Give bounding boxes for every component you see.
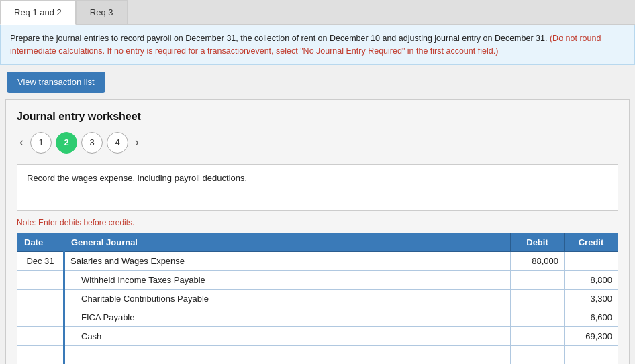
cell-date-1 [17, 270, 64, 289]
cell-account-0[interactable]: Salaries and Wages Expense [64, 251, 511, 270]
cell-debit-1[interactable] [511, 270, 565, 289]
cell-account-5[interactable] [64, 345, 511, 363]
cell-credit-2[interactable]: 3,300 [565, 289, 618, 308]
tabs-bar: Req 1 and 2 Req 3 [0, 0, 635, 25]
col-header-debit: Debit [511, 233, 565, 251]
cell-date-0: Dec 31 [17, 251, 64, 270]
journal-table: Date General Journal Debit Credit Dec 31… [17, 233, 618, 365]
worksheet-title: Journal entry worksheet [17, 111, 618, 123]
step-2-button[interactable]: 2 [56, 132, 77, 154]
view-transaction-list-button[interactable]: View transaction list [7, 72, 105, 93]
cell-credit-4[interactable]: 69,300 [565, 326, 618, 345]
col-header-general-journal: General Journal [64, 233, 511, 251]
tab-req-1-2[interactable]: Req 1 and 2 [0, 0, 76, 25]
worksheet-panel: Journal entry worksheet ‹ 1 2 3 4 › Reco… [5, 99, 630, 365]
cell-date-2 [17, 289, 64, 308]
step-4-button[interactable]: 4 [107, 132, 128, 154]
instruction-main-text: Prepare the journal entries to record pa… [10, 34, 547, 43]
cell-credit-5[interactable] [565, 345, 618, 363]
cell-account-4[interactable]: Cash [64, 326, 511, 345]
cell-debit-3[interactable] [511, 308, 565, 326]
table-row: Dec 31Salaries and Wages Expense88,000 [17, 251, 618, 270]
cell-debit-2[interactable] [511, 289, 565, 308]
step-3-button[interactable]: 3 [81, 132, 103, 154]
cell-credit-0[interactable] [565, 251, 618, 270]
description-box: Record the wages expense, including payr… [17, 164, 618, 211]
tab-req-3[interactable]: Req 3 [76, 0, 128, 24]
table-row: Cash69,300 [17, 326, 618, 345]
instruction-box: Prepare the journal entries to record pa… [0, 25, 635, 65]
cell-date-4 [17, 326, 64, 345]
description-text: Record the wages expense, including payr… [27, 173, 247, 183]
cell-debit-5[interactable] [511, 345, 565, 363]
cell-account-1[interactable]: Withheld Income Taxes Payable [64, 270, 511, 289]
cell-date-3 [17, 308, 64, 326]
table-row [17, 345, 618, 363]
step-navigation: ‹ 1 2 3 4 › [17, 132, 618, 154]
cell-account-2[interactable]: Charitable Contributions Payable [64, 289, 511, 308]
cell-debit-0[interactable]: 88,000 [511, 251, 565, 270]
table-row: Withheld Income Taxes Payable8,800 [17, 270, 618, 289]
table-row: Charitable Contributions Payable3,300 [17, 289, 618, 308]
table-row: FICA Payable6,600 [17, 308, 618, 326]
note-text: Note: Enter debits before credits. [17, 218, 618, 227]
step-prev-arrow[interactable]: ‹ [17, 135, 26, 149]
col-header-credit: Credit [565, 233, 618, 251]
col-header-date: Date [17, 233, 64, 251]
cell-account-3[interactable]: FICA Payable [64, 308, 511, 326]
cell-credit-1[interactable]: 8,800 [565, 270, 618, 289]
cell-date-5 [17, 345, 64, 363]
step-next-arrow[interactable]: › [132, 135, 142, 149]
cell-debit-4[interactable] [511, 326, 565, 345]
cell-credit-3[interactable]: 6,600 [565, 308, 618, 326]
step-1-button[interactable]: 1 [30, 132, 52, 154]
